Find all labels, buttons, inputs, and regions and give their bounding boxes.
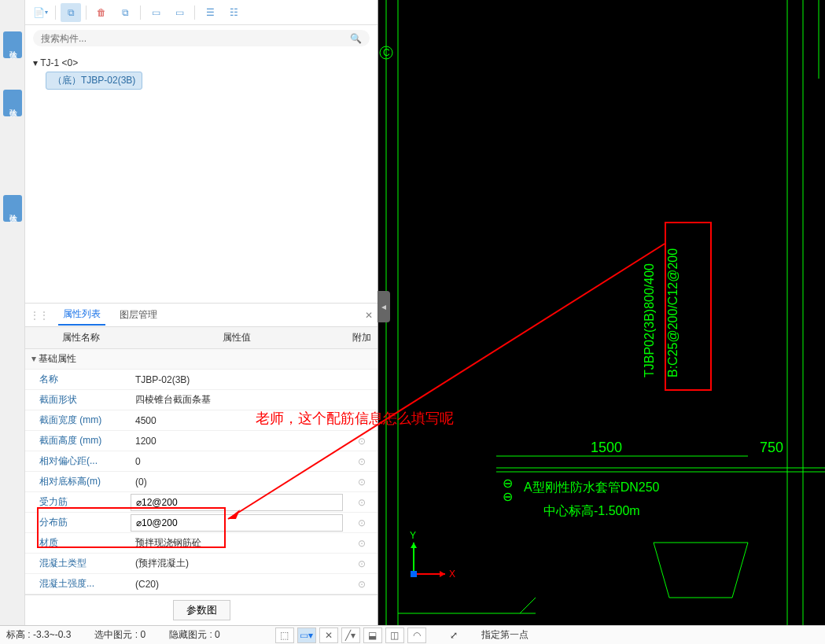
tool-overlap-icon[interactable]: ◫ [385, 627, 404, 643]
lbl-shape: 截面形状 [25, 393, 127, 407]
svg-text:X: X [449, 569, 455, 580]
val-mainbar[interactable] [131, 494, 343, 511]
param-button[interactable]: 参数图 [173, 600, 230, 620]
lbl-conctype: 混凝土类型 [25, 557, 127, 570]
layer-icon[interactable]: ▭ [145, 3, 166, 22]
header-val: 属性值 [127, 331, 346, 344]
cad-viewport[interactable]: C TJBP02(3B)800/400 B:C25@200/C12@200 15… [378, 0, 825, 625]
search-icon[interactable]: 🔍 [350, 33, 362, 44]
left-panel: 📄▾ ⧉ 🗑 ⧉ ▭ ▭ ☰ ☷ 🔍 ▾ TJ-1 <0> （底）TJBP-02… [25, 0, 378, 625]
header-name: 属性名称 [25, 331, 127, 344]
status-hidden: 隐藏图元 : 0 [169, 628, 220, 642]
svg-marker-21 [440, 571, 445, 577]
collapse-handle-icon[interactable]: ◂ [378, 291, 390, 322]
status-selected: 选中图元 : 0 [94, 628, 145, 642]
svg-marker-24 [411, 543, 417, 548]
tree-root[interactable]: ▾ TJ-1 <0> [33, 57, 370, 68]
svg-text:⊖: ⊖ [503, 490, 513, 503]
lbl-offset: 相对偏心距(... [25, 454, 127, 468]
paste-icon[interactable]: ⧉ [115, 3, 135, 22]
svg-text:中心标高-1.500m: 中心标高-1.500m [543, 504, 640, 517]
tab-properties[interactable]: 属性列表 [58, 304, 105, 326]
search-box[interactable]: 🔍 [33, 30, 370, 46]
tool-arc-icon[interactable]: ◠ [407, 627, 426, 643]
tool-layer-icon[interactable]: ⬓ [363, 627, 382, 643]
side-badges: 体验 体验 体验 [0, 0, 25, 625]
header-ext: 附加 [346, 331, 378, 344]
val-distbar[interactable] [131, 514, 343, 532]
section-basic[interactable]: 基础属性 [25, 349, 378, 370]
search-input[interactable] [41, 33, 350, 44]
tool-rect-icon[interactable]: ▭▾ [297, 627, 316, 643]
filter-icon[interactable]: ☷ [223, 3, 244, 22]
svg-text:A型刚性防水套管DN250: A型刚性防水套管DN250 [524, 480, 660, 494]
badge[interactable]: 体验 [3, 31, 22, 58]
close-icon[interactable]: ✕ [365, 310, 373, 321]
val-offset[interactable]: 0 [131, 456, 141, 467]
new-icon[interactable]: 📄▾ [30, 3, 50, 22]
val-width[interactable]: 4500 [131, 415, 157, 426]
svg-text:TJBP02(3B)800/400: TJBP02(3B)800/400 [643, 263, 656, 377]
sort-icon[interactable]: ☰ [200, 3, 220, 22]
tool-select-icon[interactable]: ⬚ [275, 627, 294, 643]
tool-cross-icon[interactable]: ✕ [319, 627, 338, 643]
status-bar: 标高 : -3.3~-0.3 选中图元 : 0 隐藏图元 : 0 ⬚ ▭▾ ✕ … [0, 625, 825, 644]
val-name[interactable]: TJBP-02(3B) [131, 374, 190, 385]
badge[interactable]: 体验 [3, 195, 22, 222]
lbl-concgrade: 混凝土强度... [25, 577, 127, 591]
val-material[interactable]: 预拌现浇钢筋砼 [131, 537, 201, 548]
badge[interactable]: 体验 [3, 90, 22, 116]
status-prompt: 指定第一点 [481, 628, 529, 642]
svg-text:750: 750 [760, 440, 783, 455]
lbl-width: 截面宽度 (mm) [25, 414, 127, 427]
lbl-height: 截面高度 (mm) [25, 434, 127, 447]
tree-item[interactable]: （底）TJBP-02(3B) [46, 72, 142, 90]
val-height[interactable]: 1200 [131, 436, 157, 447]
svg-text:⊖: ⊖ [503, 477, 513, 490]
val-conctype[interactable]: (预拌混凝土) [131, 558, 189, 569]
tree-toolbar: 📄▾ ⧉ 🗑 ⧉ ▭ ▭ ☰ ☷ [25, 0, 378, 25]
svg-text:B:C25@200/C12@200: B:C25@200/C12@200 [666, 248, 680, 377]
tool-line-icon[interactable]: ╱▾ [341, 627, 360, 643]
prop-header: 属性名称 属性值 附加 [25, 327, 378, 349]
val-shape[interactable]: 四棱锥台截面条基 [131, 394, 211, 405]
status-elev: 标高 : -3.3~-0.3 [6, 628, 71, 642]
delete-icon[interactable]: 🗑 [91, 3, 112, 22]
annotation-text: 老师，这个配筋信息怎么填写呢 [256, 409, 454, 428]
copy-icon[interactable]: ⧉ [61, 3, 81, 22]
component-tree[interactable]: ▾ TJ-1 <0> （底）TJBP-02(3B) [25, 51, 378, 303]
val-baseelev[interactable]: (0) [131, 477, 147, 488]
lbl-distbar: 分布筋 [25, 516, 127, 529]
property-tabs: ⋮⋮ 属性列表 图层管理 ✕ [25, 304, 378, 327]
val-concgrade[interactable]: (C20) [131, 579, 159, 590]
lbl-material: 材质 [25, 536, 127, 550]
svg-line-8 [520, 598, 536, 613]
drag-handle-icon[interactable]: ⋮⋮ [30, 310, 49, 321]
lbl-baseelev: 相对底标高(m) [25, 475, 127, 488]
svg-text:1500: 1500 [591, 440, 622, 455]
svg-text:Y: Y [410, 530, 416, 541]
svg-text:C: C [383, 47, 390, 58]
lbl-name: 名称 [25, 373, 127, 386]
layer2-icon[interactable]: ▭ [169, 3, 190, 22]
lbl-mainbar: 受力筋 [25, 495, 127, 509]
svg-rect-26 [411, 571, 417, 577]
tab-layers[interactable]: 图层管理 [115, 305, 162, 325]
expand-icon[interactable]: ⤢ [450, 630, 458, 641]
